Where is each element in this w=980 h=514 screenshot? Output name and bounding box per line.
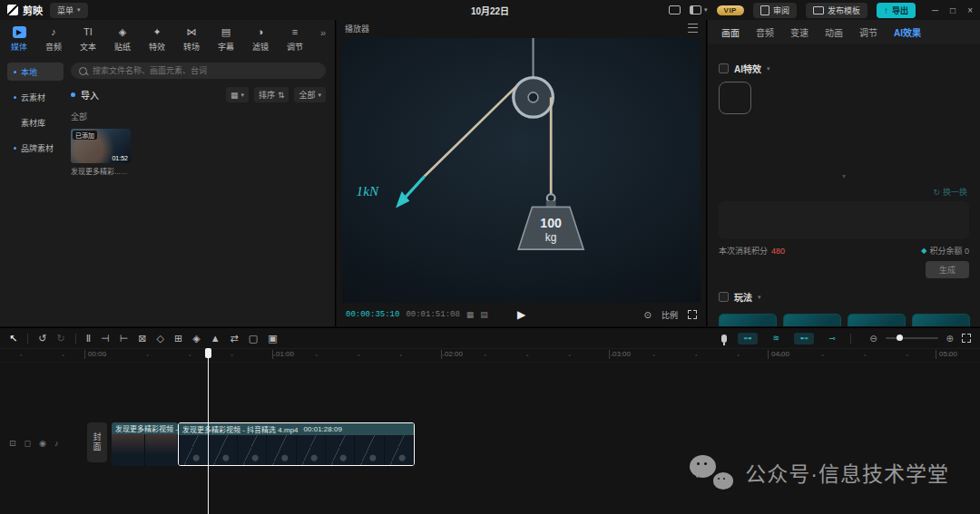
current-time-label: 00:00:35:10 bbox=[346, 310, 399, 319]
view-toggle-button[interactable]: ▦ ▾ bbox=[226, 87, 249, 102]
redo-button[interactable]: ↻ bbox=[56, 333, 64, 344]
play-section-checkbox[interactable] bbox=[719, 292, 729, 302]
generate-button[interactable]: 生成 bbox=[926, 261, 969, 278]
matting-button[interactable]: ▣ bbox=[268, 333, 277, 344]
minimize-button[interactable]: ─ bbox=[932, 5, 938, 15]
search-input[interactable] bbox=[71, 63, 326, 79]
ruler-label: 03:00 bbox=[609, 350, 631, 359]
audio-icon: ♪ bbox=[51, 26, 56, 38]
snapshot-button[interactable]: ⊙ bbox=[644, 310, 652, 320]
mask-button[interactable]: ◇ bbox=[156, 333, 163, 344]
tab-filters[interactable]: ◑ 滤镜 bbox=[243, 22, 278, 56]
record-mic-button[interactable] bbox=[721, 335, 727, 343]
sort-button[interactable]: 排序 ⇅ bbox=[254, 87, 289, 102]
lock-icon[interactable]: ◻ bbox=[24, 439, 31, 448]
close-button[interactable]: × bbox=[967, 5, 973, 15]
timeline-clip-2-selected[interactable]: 发现更多精彩视频 - 抖音精选 4.mp4 00:01:28:09 bbox=[178, 422, 415, 466]
timeline-clip-1[interactable]: 发现更多精彩视频 - 抖 bbox=[112, 422, 178, 466]
review-label: 审阅 bbox=[773, 5, 789, 16]
tab-adjust-settings[interactable]: 调节 bbox=[851, 25, 886, 39]
maximize-button[interactable]: □ bbox=[950, 5, 956, 15]
zoom-out-button[interactable]: ⊖ bbox=[869, 334, 877, 344]
more-tabs-button[interactable]: » bbox=[320, 22, 333, 38]
tab-captions[interactable]: ▤ 字幕 bbox=[209, 22, 243, 56]
chevron-icon[interactable]: ▾ bbox=[767, 65, 770, 73]
tab-picture[interactable]: 画面 bbox=[713, 25, 748, 39]
sidebar-item-brand[interactable]: 品牌素材 bbox=[7, 139, 64, 157]
mute-icon[interactable]: ♪ bbox=[54, 439, 59, 448]
zoom-slider-knob[interactable] bbox=[897, 335, 903, 341]
chevron-icon[interactable]: ▾ bbox=[758, 294, 761, 301]
timeline-ruler[interactable]: 00:00 01:00 02:00 03:00 04:00 05:00 bbox=[0, 348, 980, 363]
dot-indicator bbox=[14, 71, 16, 73]
section-label-all: 全部 bbox=[71, 111, 326, 122]
flip-button[interactable]: ⇄ bbox=[230, 333, 239, 344]
layout-switch-button[interactable]: ▾ bbox=[690, 5, 708, 15]
menu-button[interactable]: 菜单 ▾ bbox=[50, 3, 88, 18]
fit-timeline-button[interactable] bbox=[962, 334, 971, 343]
refresh-suggestions-button[interactable]: ↻ 换一换 bbox=[933, 186, 967, 198]
tab-adjust[interactable]: ≡ 调节 bbox=[278, 22, 312, 56]
quality-grid-icon[interactable]: ▦ bbox=[466, 310, 475, 319]
fullscreen-button[interactable] bbox=[688, 310, 697, 319]
delete-button[interactable]: ⊠ bbox=[138, 333, 146, 344]
tab-transition[interactable]: ⋈ 转场 bbox=[174, 22, 209, 56]
tab-audio-settings[interactable]: 音频 bbox=[748, 25, 782, 39]
wechat-icon bbox=[690, 455, 733, 490]
effect-template-chip[interactable] bbox=[783, 314, 841, 326]
tab-ai-effects[interactable]: AI效果 bbox=[886, 25, 929, 39]
media-clip-card[interactable]: 已添加 01:52 发现更多精彩..._4.mp4 bbox=[71, 129, 131, 176]
playhead-handle[interactable] bbox=[205, 348, 211, 358]
display-icon[interactable] bbox=[669, 5, 681, 15]
playhead[interactable] bbox=[208, 348, 209, 514]
play-button[interactable]: ▶ bbox=[517, 308, 525, 321]
split-button[interactable]: Ⅱ bbox=[86, 333, 91, 344]
track-toggle-height[interactable]: ⊸ bbox=[822, 333, 842, 344]
delete-right-button[interactable]: ⊢ bbox=[120, 333, 129, 344]
copy-button[interactable]: ⊞ bbox=[174, 333, 182, 344]
import-button[interactable]: 导入 bbox=[81, 88, 99, 102]
effect-template-placeholder[interactable] bbox=[719, 82, 751, 114]
tab-text[interactable]: TI 文本 bbox=[71, 22, 105, 56]
prompt-input-area[interactable] bbox=[719, 201, 969, 239]
tab-sticker[interactable]: ◈ 贴纸 bbox=[105, 22, 140, 56]
sidebar-item-library[interactable]: 素材库 bbox=[7, 113, 64, 131]
filmstrip-frame bbox=[297, 435, 326, 466]
review-button[interactable]: 审阅 bbox=[753, 3, 797, 18]
player-menu-icon[interactable] bbox=[688, 24, 698, 33]
sidebar-item-local[interactable]: 本地 bbox=[7, 63, 64, 81]
mirror-button[interactable]: ▲ bbox=[211, 333, 220, 344]
tab-effects[interactable]: ✦ 特效 bbox=[140, 22, 174, 56]
ratio-button[interactable]: 比例 bbox=[662, 309, 678, 321]
zoom-slider[interactable] bbox=[886, 337, 938, 339]
undo-button[interactable]: ↺ bbox=[38, 333, 46, 344]
quality-list-icon[interactable]: ▤ bbox=[480, 310, 488, 319]
tab-animation[interactable]: 动画 bbox=[817, 25, 851, 39]
added-badge: 已添加 bbox=[73, 131, 97, 140]
vip-badge[interactable]: VIP bbox=[717, 5, 744, 15]
sidebar-item-cloud[interactable]: 云素材 bbox=[7, 88, 64, 106]
cover-button[interactable]: 封面 bbox=[87, 422, 107, 462]
track-toggle-linkage[interactable]: ≋ bbox=[766, 333, 786, 344]
crop-button[interactable]: ▢ bbox=[249, 333, 258, 344]
keyframe-button[interactable]: ◈ bbox=[192, 333, 200, 344]
weight-value-label: 100 bbox=[540, 216, 562, 230]
select-tool-button[interactable]: ↖ bbox=[9, 333, 17, 344]
tab-media[interactable]: ▶ 媒体 bbox=[2, 22, 36, 56]
delete-left-button[interactable]: ⊣ bbox=[101, 333, 110, 344]
zoom-in-button[interactable]: ⊕ bbox=[946, 334, 954, 344]
eye-icon[interactable]: ◉ bbox=[39, 439, 46, 448]
effect-template-chip[interactable] bbox=[719, 314, 777, 326]
divider bbox=[27, 334, 28, 344]
ai-effects-checkbox[interactable] bbox=[719, 63, 729, 73]
tab-audio[interactable]: ♪ 音频 bbox=[36, 22, 71, 56]
filter-all-button[interactable]: 全部 ▾ bbox=[294, 87, 326, 102]
track-toggle-magnet[interactable]: ⊶ bbox=[738, 333, 758, 344]
effect-template-chip[interactable] bbox=[848, 314, 906, 326]
tab-speed[interactable]: 变速 bbox=[782, 25, 817, 39]
track-toggle-preview[interactable]: ⊷ bbox=[794, 333, 814, 344]
main-track-icon[interactable]: ⊡ bbox=[9, 439, 16, 448]
publish-template-button[interactable]: 发布模板 bbox=[806, 3, 867, 18]
export-button[interactable]: ↑ 导出 bbox=[877, 3, 916, 18]
effect-template-chip[interactable] bbox=[912, 314, 970, 326]
